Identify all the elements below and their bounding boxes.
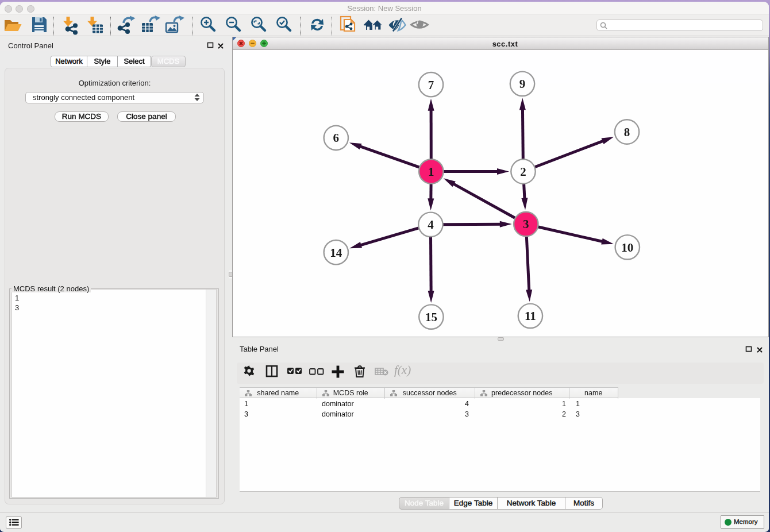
svg-text:9: 9 bbox=[519, 77, 526, 91]
svg-text:2: 2 bbox=[520, 164, 526, 178]
svg-text:14: 14 bbox=[330, 245, 342, 259]
svg-text:7: 7 bbox=[428, 78, 434, 91]
svg-text:6: 6 bbox=[333, 131, 340, 145]
svg-text:4: 4 bbox=[428, 218, 434, 232]
svg-text:15: 15 bbox=[425, 310, 437, 323]
svg-text:11: 11 bbox=[525, 309, 536, 323]
svg-text:10: 10 bbox=[621, 240, 633, 254]
svg-text:3: 3 bbox=[523, 217, 529, 231]
svg-text:8: 8 bbox=[624, 125, 630, 138]
svg-text:1: 1 bbox=[428, 164, 434, 178]
